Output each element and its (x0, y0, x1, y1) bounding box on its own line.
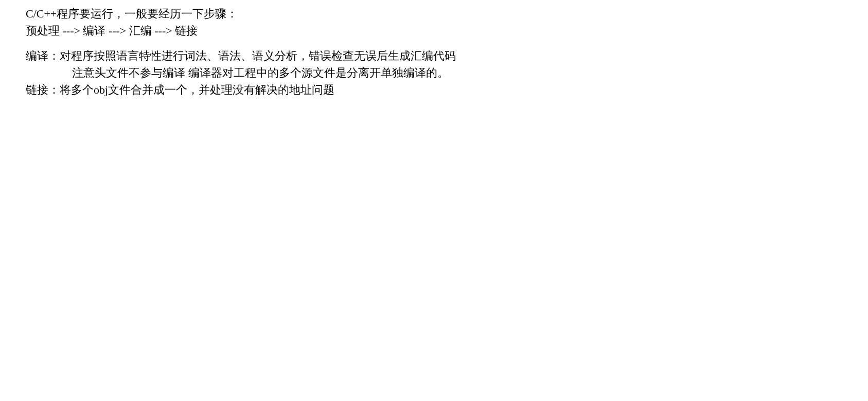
intro-block: C/C++程序要运行，一般要经历一下步骤： 预处理 ---> 编译 ---> 汇… (26, 5, 842, 98)
intro-line-3: 编译：对程序按照语言特性进行词法、语法、语义分析，错误检查无误后生成汇编代码 (26, 47, 842, 64)
intro-line-5: 链接：将多个obj文件合并成一个，并处理没有解决的地址问题 (26, 81, 842, 98)
intro-line-1: C/C++程序要运行，一般要经历一下步骤： (26, 5, 842, 22)
intro-line-2: 预处理 ---> 编译 ---> 汇编 ---> 链接 (26, 22, 842, 39)
intro-line-4: 注意头文件不参与编译 编译器对工程中的多个源文件是分离开单独编译的。 (26, 64, 842, 81)
